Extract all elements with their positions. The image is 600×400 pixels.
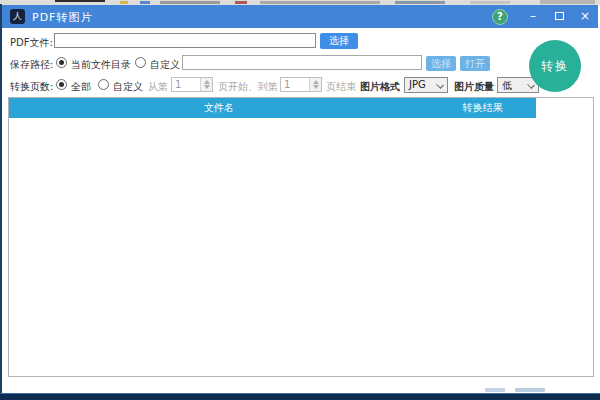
background-window-fragment: [120, 1, 128, 4]
close-button[interactable]: ×: [573, 5, 597, 28]
spinner-down-icon[interactable]: [313, 85, 319, 89]
background-window-fragment: [395, 1, 445, 4]
radio-current-directory-label[interactable]: 当前文件目录: [71, 58, 131, 72]
results-table-header: 文件名 转换结果: [9, 98, 536, 118]
between-pages-label: 页开始、到第: [218, 80, 278, 94]
screen: 人 PDF转图片 ? – × PDF文件: 选择 保存路径: 当前文件目录 自定…: [0, 0, 600, 400]
background-window-fragment: [515, 388, 545, 392]
pdf-file-label: PDF文件:: [10, 36, 53, 50]
spinner-down-icon[interactable]: [204, 85, 210, 89]
image-format-label: 图片格式: [360, 80, 400, 94]
image-quality-value: 低: [502, 80, 512, 91]
radio-custom-path[interactable]: [135, 57, 146, 68]
column-header-result[interactable]: 转换结果: [429, 98, 536, 118]
app-icon: 人: [10, 9, 25, 24]
help-button[interactable]: ?: [492, 9, 508, 25]
save-path-label: 保存路径:: [10, 58, 53, 72]
radio-all-pages-label[interactable]: 全部: [71, 80, 91, 94]
radio-custom-pages-label[interactable]: 自定义: [113, 80, 143, 94]
pages-label: 转换页数:: [10, 80, 53, 94]
image-format-value: JPG: [409, 79, 426, 90]
maximize-icon: [555, 12, 564, 20]
save-path-input[interactable]: [182, 55, 422, 70]
pdf-select-button[interactable]: 选择: [320, 33, 358, 49]
spinner-arrows[interactable]: [309, 78, 321, 91]
background-window-fragment: [260, 1, 380, 4]
spinner-up-icon[interactable]: [313, 80, 319, 84]
path-open-button[interactable]: 打开: [460, 56, 490, 71]
results-table: 文件名 转换结果: [8, 97, 594, 377]
radio-custom-path-label[interactable]: 自定义: [150, 58, 180, 72]
chevron-down-icon: [436, 81, 444, 89]
image-quality-label: 图片质量: [454, 80, 494, 94]
spinner-up-icon[interactable]: [204, 80, 210, 84]
chevron-down-icon: [527, 81, 535, 89]
end-pages-label: 页结束: [326, 80, 356, 94]
background-window-fragment: [55, 0, 105, 2]
from-page-value: 1: [175, 79, 181, 90]
background-window-fragment: [235, 1, 247, 4]
column-header-filename[interactable]: 文件名: [9, 98, 429, 118]
results-table-body[interactable]: [9, 118, 593, 376]
maximize-button[interactable]: [547, 5, 571, 28]
pdf-converter-window: 人 PDF转图片 ? – × PDF文件: 选择 保存路径: 当前文件目录 自定…: [2, 5, 598, 393]
to-page-spinner[interactable]: 1: [280, 77, 322, 92]
path-select-button[interactable]: 选择: [426, 56, 456, 71]
background-window-fragment: [140, 1, 150, 4]
from-page-label: 从第: [148, 80, 168, 94]
background-window-fragment: [160, 1, 220, 4]
background-window-fragment: [485, 388, 505, 392]
radio-current-directory[interactable]: [56, 57, 67, 68]
background-window-fragment: [540, 0, 595, 4]
spinner-arrows[interactable]: [200, 78, 212, 91]
background-window-bottom-edge: [0, 393, 600, 400]
from-page-spinner[interactable]: 1: [171, 77, 213, 92]
background-window-fragment: [470, 1, 510, 4]
minimize-button[interactable]: –: [521, 5, 545, 28]
window-title: PDF转图片: [32, 10, 92, 25]
pdf-file-input[interactable]: [54, 33, 316, 48]
radio-custom-pages[interactable]: [98, 79, 109, 90]
radio-all-pages[interactable]: [56, 79, 67, 90]
image-format-select[interactable]: JPG: [404, 77, 448, 93]
convert-button[interactable]: 转换: [529, 40, 581, 92]
titlebar[interactable]: 人 PDF转图片 ? – ×: [2, 5, 598, 28]
to-page-value: 1: [284, 79, 290, 90]
